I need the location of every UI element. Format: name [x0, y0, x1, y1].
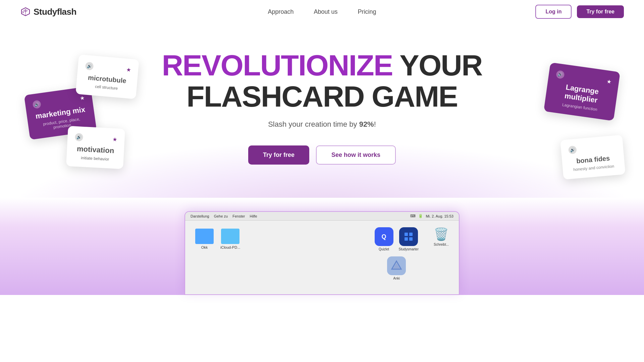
- menubar-item-3[interactable]: Fenster: [232, 214, 245, 218]
- menubar-left: Darstellung Gehe zu Fenster Hilfe: [191, 214, 257, 218]
- star-icon-motivation: ★: [112, 136, 117, 142]
- menubar-date: Mi. 2. Aug. 15:53: [426, 214, 453, 218]
- screenshot-window: Darstellung Gehe zu Fenster Hilfe ⌨ 🔋 Mi…: [184, 211, 460, 295]
- window-body: Okk iCloud-PD... Q Quizlet: [185, 221, 459, 294]
- svg-rect-1: [405, 233, 408, 236]
- quizlet-icon: Q: [375, 227, 393, 246]
- flashcard-lagrange: 🔊 ★ Lagrange multiplier Lagrangian funct…: [544, 62, 620, 121]
- nav-actions: Log in Try for free: [535, 5, 624, 19]
- logo[interactable]: S Studyflash: [20, 6, 76, 17]
- svg-rect-3: [405, 237, 408, 241]
- logo-icon: S: [20, 6, 31, 17]
- try-free-hero-button[interactable]: Try for free: [248, 145, 309, 165]
- trash-item: 🗑️ Schreibt...: [434, 227, 449, 246]
- wifi-icon: ⌨: [410, 214, 416, 218]
- trash-icon: 🗑️: [434, 227, 449, 241]
- card-def-motivation: initiate behavior: [74, 155, 116, 162]
- star-icon-microtubule: ★: [126, 66, 131, 73]
- svg-rect-2: [409, 233, 413, 236]
- try-free-nav-button[interactable]: Try for free: [577, 5, 624, 18]
- hero-buttons: Try for free See how it works: [248, 145, 396, 165]
- flashcard-bona: 🔊 bona fides honesty and conviction: [560, 135, 626, 180]
- menubar-item-1[interactable]: Darstellung: [191, 214, 209, 218]
- card-term-microtubule: microtubule: [84, 73, 130, 85]
- sound-icon-marketing: 🔊: [32, 100, 41, 109]
- menubar-right: ⌨ 🔋 Mi. 2. Aug. 15:53: [410, 214, 453, 218]
- app-row-2: Anki: [375, 256, 419, 280]
- hero-subtitle: Slash your creation time by 92%!: [268, 120, 376, 129]
- nav-pricing[interactable]: Pricing: [358, 8, 376, 15]
- menubar-item-2[interactable]: Gehe zu: [214, 214, 228, 218]
- see-how-button[interactable]: See how it works: [316, 145, 396, 165]
- star-icon-marketing: ★: [79, 95, 85, 102]
- subtitle-highlight: 92%: [359, 120, 374, 128]
- hero-title-your: YOUR: [392, 49, 482, 82]
- window-menubar: Darstellung Gehe zu Fenster Hilfe ⌨ 🔋 Mi…: [185, 212, 459, 221]
- sound-icon-microtubule: 🔊: [85, 62, 94, 70]
- studysmarter-svg: [403, 231, 414, 242]
- nav-about[interactable]: About us: [314, 8, 337, 15]
- sound-icon-lagrange: 🔊: [556, 70, 565, 79]
- hero-section: 🔊 ★ marketing mix product, price, place,…: [0, 23, 644, 198]
- hero-title-line2: FLASHCARD GAME: [186, 80, 458, 113]
- subtitle-prefix: Slash your creation time by: [268, 120, 359, 128]
- trash-label: Schreibt...: [434, 243, 449, 246]
- studysmarter-label: Studysmarter: [399, 247, 419, 251]
- svg-text:S: S: [22, 11, 24, 14]
- quizlet-label: Quizlet: [379, 247, 389, 251]
- app-anki: Anki: [387, 256, 406, 280]
- app-row-1: Q Quizlet Studysmarter: [375, 227, 419, 251]
- sound-icon-bona: 🔊: [568, 145, 577, 154]
- hero-title: REVOLUTIONIZE YOUR FLASHCARD GAME: [162, 50, 482, 112]
- folder-group: Okk iCloud-PD...: [195, 229, 240, 249]
- logo-text: Studyflash: [34, 7, 76, 17]
- hero-title-revolutionize: REVOLUTIONIZE: [162, 49, 393, 82]
- flashcard-microtubule: 🔊 ★ microtubule cell structure: [75, 54, 139, 99]
- app-studysmarter: Studysmarter: [399, 227, 419, 251]
- folder-item-2: iCloud-PD...: [220, 229, 240, 249]
- folder-label-1: Okk: [201, 245, 208, 249]
- battery-icon: 🔋: [418, 214, 423, 218]
- login-button[interactable]: Log in: [535, 5, 572, 19]
- card-term-motivation: motivation: [74, 144, 117, 156]
- sound-icon-motivation: 🔊: [75, 133, 83, 141]
- folder-item-1: Okk: [195, 229, 214, 249]
- folder-label-2: iCloud-PD...: [220, 245, 240, 249]
- anki-svg: [390, 260, 402, 272]
- folder-icon-2: [221, 229, 239, 244]
- svg-rect-4: [409, 237, 413, 241]
- nav-approach[interactable]: Approach: [268, 8, 293, 15]
- studysmarter-icon: [399, 227, 418, 246]
- star-icon-lagrange: ★: [606, 78, 612, 85]
- anki-icon: [387, 256, 406, 275]
- app-quizlet: Q Quizlet: [375, 227, 393, 251]
- navbar: S Studyflash Approach About us Pricing L…: [0, 0, 644, 23]
- flashcard-motivation: 🔊 ★ motivation initiate behavior: [66, 126, 125, 169]
- nav-links: Approach About us Pricing: [268, 8, 376, 15]
- app-group: Q Quizlet Studysmarter: [375, 227, 419, 280]
- menubar-item-4[interactable]: Hilfe: [250, 214, 257, 218]
- folder-icon-1: [195, 229, 214, 244]
- screenshot-section: Darstellung Gehe zu Fenster Hilfe ⌨ 🔋 Mi…: [0, 198, 644, 295]
- subtitle-suffix: !: [374, 120, 376, 128]
- anki-label: Anki: [393, 277, 400, 280]
